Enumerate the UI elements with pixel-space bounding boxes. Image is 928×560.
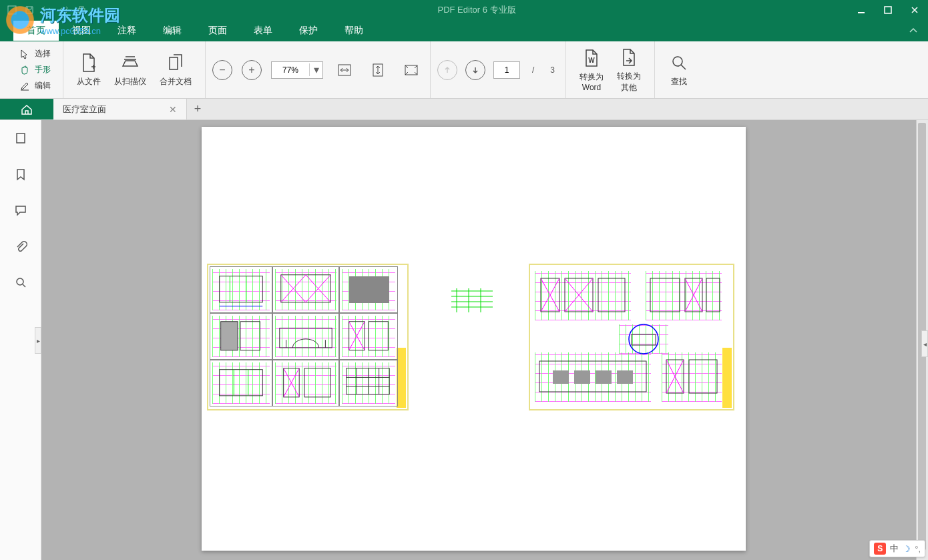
qat-dropdown-icon[interactable]: ▾ <box>92 3 105 17</box>
svg-rect-33 <box>220 370 263 396</box>
svg-rect-60 <box>650 278 680 312</box>
menu-page[interactable]: 页面 <box>195 21 240 41</box>
convert-to-word-button[interactable]: W 转换为 Word <box>573 45 610 95</box>
svg-rect-25 <box>240 322 260 350</box>
mode-select-button[interactable]: 选择 <box>17 47 52 61</box>
zoom-combo[interactable]: ▾ <box>271 61 323 79</box>
svg-rect-19 <box>281 275 330 302</box>
tab-close-button[interactable]: ✕ <box>166 104 180 115</box>
comments-panel-button[interactable] <box>12 202 29 219</box>
page-number-input[interactable] <box>493 61 520 79</box>
new-tab-button[interactable]: + <box>187 99 208 119</box>
window-minimize-button[interactable] <box>848 0 875 20</box>
document-tab-label: 医疗室立面 <box>63 103 106 115</box>
bookmarks-panel-button[interactable] <box>12 166 29 183</box>
svg-rect-32 <box>369 322 388 350</box>
thumbnails-panel-button[interactable] <box>12 129 29 147</box>
ime-moon-icon[interactable]: ☽ <box>903 544 911 554</box>
drawing-fragment-center <box>449 287 495 314</box>
prev-page-button[interactable] <box>437 60 457 80</box>
attachments-panel-button[interactable] <box>12 238 29 255</box>
create-from-file-label: 从文件 <box>77 76 101 87</box>
ime-comma-icon[interactable]: °, <box>915 544 921 554</box>
pdf-page-1 <box>202 127 746 551</box>
qat-print-icon[interactable] <box>75 3 88 17</box>
window-close-button[interactable] <box>901 0 928 20</box>
file-plus-icon <box>78 52 99 73</box>
svg-rect-59 <box>598 278 625 312</box>
svg-rect-64 <box>706 278 720 312</box>
qat-save-icon[interactable] <box>23 3 36 17</box>
svg-rect-39 <box>304 368 330 397</box>
next-page-button[interactable] <box>465 60 485 80</box>
svg-rect-40 <box>346 368 389 394</box>
svg-rect-70 <box>596 370 612 384</box>
mode-edit-label: 编辑 <box>35 80 51 91</box>
svg-text:W: W <box>588 57 595 64</box>
mode-select-label: 选择 <box>35 48 51 59</box>
home-tab-button[interactable] <box>0 99 53 119</box>
ime-brand-icon[interactable]: S <box>874 543 886 555</box>
menu-home[interactable]: 首页 <box>13 21 59 41</box>
svg-rect-69 <box>574 370 590 384</box>
ribbon-collapse-button[interactable] <box>899 21 928 40</box>
mode-hand-label: 手形 <box>35 64 51 75</box>
fit-width-button[interactable] <box>332 58 357 82</box>
app-icon <box>5 3 19 17</box>
create-from-scanner-button[interactable]: 从扫描仪 <box>107 49 153 90</box>
create-from-scanner-label: 从扫描仪 <box>114 76 146 87</box>
menu-view[interactable]: 视图 <box>59 21 104 41</box>
svg-rect-5 <box>885 7 891 13</box>
zoom-input[interactable] <box>272 65 309 75</box>
menu-annotate[interactable]: 注释 <box>104 21 150 41</box>
fit-page-button[interactable] <box>366 58 390 82</box>
convert-to-other-label: 转换为 其他 <box>617 71 641 93</box>
svg-rect-2 <box>79 7 83 9</box>
home-icon <box>20 103 33 116</box>
convert-to-other-button[interactable]: 转换为 其他 <box>610 44 648 96</box>
find-button[interactable]: 查找 <box>662 49 696 90</box>
create-from-file-button[interactable]: 从文件 <box>70 49 107 90</box>
ime-toolbar[interactable]: S 中 ☽ °, <box>869 540 925 557</box>
merge-documents-button[interactable]: 合并文档 <box>153 49 198 90</box>
svg-rect-26 <box>280 328 332 348</box>
merge-icon <box>165 52 186 73</box>
zoom-in-button[interactable]: + <box>242 60 262 80</box>
mode-hand-button[interactable]: 手形 <box>17 63 52 77</box>
mode-edit-button[interactable]: 编辑 <box>17 79 52 93</box>
svg-rect-0 <box>8 6 16 14</box>
ime-language-indicator[interactable]: 中 <box>890 543 899 555</box>
menu-help[interactable]: 帮助 <box>331 21 377 41</box>
title-block-right <box>722 348 732 408</box>
actual-size-button[interactable] <box>399 58 423 82</box>
tab-strip: 医疗室立面 ✕ + <box>0 99 928 120</box>
menu-edit[interactable]: 编辑 <box>150 21 195 41</box>
menu-form[interactable]: 表单 <box>240 21 286 41</box>
document-tab[interactable]: 医疗室立面 ✕ <box>53 99 187 119</box>
page-separator: / <box>532 65 534 75</box>
title-bar: ▾ PDF Editor 6 专业版 <box>0 0 928 20</box>
svg-point-65 <box>629 324 658 354</box>
svg-rect-68 <box>553 370 569 384</box>
right-panel-expand-button[interactable]: ◂ <box>921 330 928 357</box>
zoom-dropdown-icon[interactable]: ▾ <box>309 63 322 76</box>
svg-rect-66 <box>632 334 656 345</box>
search-panel-button[interactable] <box>12 274 29 291</box>
qat-redo-icon[interactable] <box>57 3 71 17</box>
window-maximize-button[interactable] <box>875 0 901 20</box>
cursor-icon <box>19 48 31 60</box>
side-panel-expand-button[interactable]: ▸ <box>35 327 41 354</box>
svg-line-14 <box>23 284 25 287</box>
svg-rect-24 <box>221 322 238 350</box>
hand-icon <box>19 64 31 76</box>
svg-rect-75 <box>689 360 717 393</box>
scanner-icon <box>120 52 141 73</box>
zoom-out-button[interactable]: − <box>212 60 232 80</box>
svg-point-10 <box>673 57 682 66</box>
find-label: 查找 <box>671 76 687 87</box>
menu-protect[interactable]: 保护 <box>286 21 331 41</box>
document-viewer[interactable]: ◂ <box>41 120 928 560</box>
app-title: PDF Editor 6 专业版 <box>105 4 848 16</box>
qat-undo-icon[interactable] <box>40 3 53 17</box>
drawing-sheet-right <box>529 264 734 410</box>
